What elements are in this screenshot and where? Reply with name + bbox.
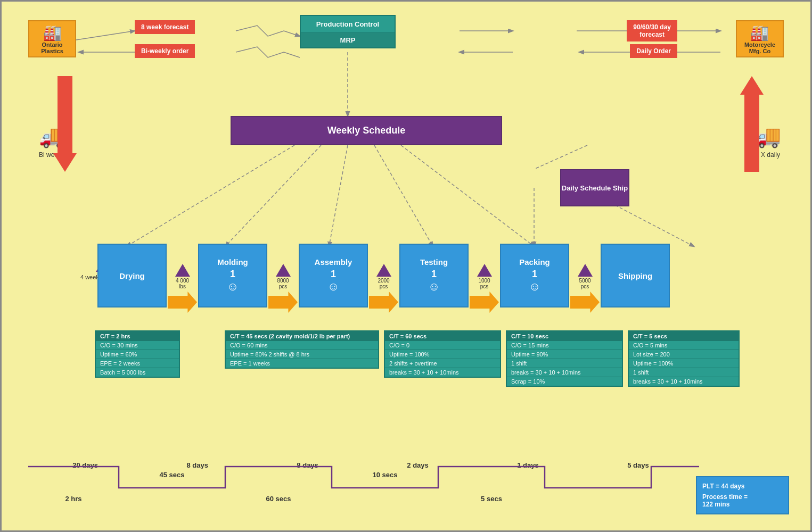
arrow-inv-2: 8000pcs — [268, 264, 298, 313]
svg-line-1 — [127, 145, 294, 246]
supplier-ontario: 🏭 Ontario Plastics — [28, 20, 76, 57]
plt-box: PLT = 44 days Process time =122 mins — [696, 476, 789, 514]
forecast-daily-order-box: Daily Order — [630, 44, 677, 58]
days-label-5: 1 days — [517, 461, 538, 469]
forecast-90day-box: 90/60/30 dayforecast — [627, 20, 677, 41]
assembly-person-icon: ☺ — [327, 280, 339, 294]
packing-person-icon: ☺ — [529, 280, 540, 294]
svg-line-5 — [401, 145, 534, 246]
plt-label: PLT = 44 days — [702, 483, 783, 490]
days-label-2: 8 days — [186, 461, 208, 469]
process-testing: Testing 1 ☺ — [399, 244, 469, 307]
daily-ship-box: Daily Schedule Ship — [560, 169, 629, 206]
info-boxes-row: C/T = 2 hrs C/O = 30 mins Uptime = 60% E… — [95, 330, 740, 387]
svg-line-6 — [534, 145, 587, 169]
weekly-schedule-box: Weekly Schedule — [231, 116, 502, 145]
info-box-testing: C/T = 10 sesc C/O = 15 mins Uptime = 90%… — [506, 330, 623, 387]
main-container: { "title": "Value Stream Map", "supplier… — [0, 0, 812, 532]
molding-number: 1 — [230, 269, 235, 280]
packing-number: 1 — [532, 269, 537, 280]
factory-icon-right: 🏭 — [744, 24, 775, 41]
svg-text:5 secs: 5 secs — [481, 495, 502, 503]
svg-line-4 — [374, 145, 433, 246]
assembly-label: Assembly — [315, 257, 352, 267]
svg-line-3 — [329, 145, 348, 246]
info-box-molding: C/T = 45 secs (2 cavity mold/1/2 lb per … — [225, 330, 379, 369]
svg-text:2 hrs: 2 hrs — [65, 495, 81, 503]
process-drying: Drying — [97, 244, 167, 307]
info-box-packing: C/T = 5 secs C/O = 5 mins Lot size = 200… — [628, 330, 740, 387]
process-assembly: Assembly 1 ☺ — [299, 244, 368, 307]
days-label-6: 5 days — [627, 461, 649, 469]
svg-line-9 — [76, 31, 135, 40]
customer-motorcycle-label: MotorcycleMfg. Co — [744, 41, 775, 54]
assembly-number: 1 — [331, 269, 336, 280]
days-label-3: 8 days — [297, 461, 318, 469]
arrow-up-right — [740, 76, 764, 172]
process-molding: Molding 1 ☺ — [198, 244, 267, 307]
svg-text:60 secs: 60 secs — [266, 495, 291, 503]
timeline-days-row: 20 days 8 days 8 days 2 days 1 days 5 da… — [28, 461, 693, 469]
testing-label: Testing — [420, 257, 448, 267]
customer-motorcycle: 🏭 MotorcycleMfg. Co — [736, 20, 784, 57]
arrow-inv-5: 5000pcs — [570, 264, 600, 313]
info-box-assembly: C/T = 60 secs C/O = 0 Uptime = 100% 2 sh… — [384, 330, 501, 378]
arrow-inv-3: 2000pcs — [369, 264, 398, 313]
process-packing: Packing 1 ☺ — [500, 244, 569, 307]
days-label-1: 20 days — [72, 461, 98, 469]
svg-line-2 — [225, 145, 321, 246]
svg-text:45 secs: 45 secs — [160, 471, 185, 479]
drying-label: Drying — [119, 271, 145, 280]
info-box-drying: C/T = 2 hrs C/O = 30 mins Uptime = 60% E… — [95, 330, 180, 378]
svg-text:10 secs: 10 secs — [373, 471, 398, 479]
molding-label: Molding — [217, 257, 248, 267]
forecast-biweekly-box: Bi-weekly order — [135, 44, 195, 58]
arrow-inv-4: 1000pcs — [470, 264, 499, 313]
arrow-inv-1: 4 000lbs — [168, 264, 197, 313]
forecast-8week-box: 8 week forecast — [135, 20, 195, 34]
timeline-svg: 2 hrs 45 secs 60 secs 10 secs 5 secs — [28, 451, 699, 504]
process-time-label: Process time =122 mins — [702, 493, 783, 508]
arrow-down-left — [53, 76, 77, 172]
packing-label: Packing — [519, 257, 550, 267]
process-shipping: Shipping — [601, 244, 670, 307]
molding-person-icon: ☺ — [227, 280, 239, 294]
factory-icon-left: 🏭 — [35, 24, 70, 41]
production-control-mrp: MRP — [301, 32, 395, 47]
testing-person-icon: ☺ — [428, 280, 440, 294]
testing-number: 1 — [431, 269, 437, 280]
days-label-4: 2 days — [407, 461, 428, 469]
production-control-box: Production Control MRP — [300, 15, 396, 48]
shipping-label: Shipping — [618, 271, 652, 280]
production-control-title: Production Control — [301, 16, 395, 32]
process-flow-row: Drying 4 000lbs Molding 1 ☺ 8000pcs — [97, 244, 670, 313]
supplier-ontario-label: Ontario Plastics — [35, 41, 70, 54]
